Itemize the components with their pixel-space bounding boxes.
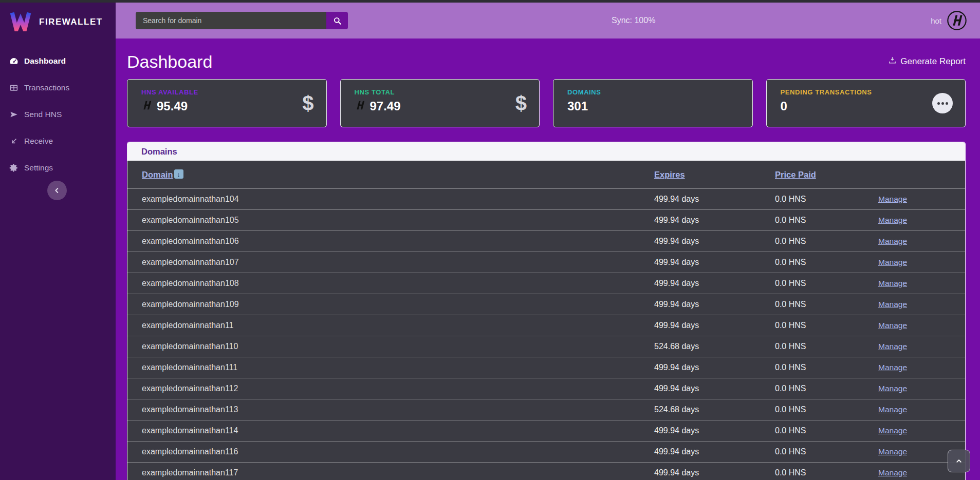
domain-name-cell: exampledomainnathan104 <box>142 195 654 204</box>
stat-card-pending-transactions: PENDING TRANSACTIONS0 <box>766 79 966 127</box>
domain-name-cell: exampledomainnathan111 <box>142 363 654 372</box>
hns-logo-icon <box>355 100 366 113</box>
domains-table: Domain↓ Expires Price Paid exampledomain… <box>127 161 965 480</box>
wallet-name: hot <box>931 16 941 25</box>
price-paid-cell: 0.0 HNS <box>775 279 878 288</box>
manage-link[interactable]: Manage <box>878 279 907 288</box>
stat-card-label: HNS TOTAL <box>355 88 527 96</box>
paper-plane-icon <box>9 109 19 120</box>
column-header-domain[interactable]: Domain <box>142 170 173 179</box>
sidebar-item-send-hns[interactable]: Send HNS <box>0 101 116 128</box>
price-paid-cell: 0.0 HNS <box>775 342 878 351</box>
manage-link[interactable]: Manage <box>878 384 907 393</box>
sidebar-item-label: Receive <box>24 137 53 146</box>
expires-cell: 499.94 days <box>654 447 775 456</box>
price-paid-cell: 0.0 HNS <box>775 468 878 477</box>
expires-cell: 499.94 days <box>654 384 775 393</box>
price-paid-cell: 0.0 HNS <box>775 426 878 435</box>
scroll-to-top-button[interactable] <box>948 450 970 472</box>
table-icon <box>9 83 19 93</box>
table-row: exampledomainnathan116499.94 days0.0 HNS… <box>127 441 965 463</box>
generate-report-button[interactable]: Generate Report <box>888 56 966 67</box>
firewallet-logo-icon <box>9 11 32 33</box>
generate-report-label: Generate Report <box>900 56 966 67</box>
handshake-wallet-icon[interactable] <box>947 10 967 31</box>
sidebar-item-dashboard[interactable]: Dashboard <box>0 48 116 74</box>
stat-card-value: 0 <box>781 99 787 113</box>
domain-name-cell: exampledomainnathan108 <box>142 279 654 288</box>
domain-name-cell: exampledomainnathan113 <box>142 405 654 414</box>
brand: FIREWALLET <box>0 3 116 41</box>
manage-link[interactable]: Manage <box>878 321 907 330</box>
sidebar-item-label: Send HNS <box>24 110 62 119</box>
domain-name-cell: exampledomainnathan116 <box>142 447 654 456</box>
stat-card-value: 95.49 <box>157 99 188 113</box>
search-input[interactable] <box>136 12 326 29</box>
domains-panel: Domains Domain↓ Expires Price Paid examp… <box>127 142 966 480</box>
price-paid-cell: 0.0 HNS <box>775 300 878 309</box>
dollar-icon: $ <box>515 92 527 115</box>
manage-link[interactable]: Manage <box>878 468 907 477</box>
domains-panel-title: Domains <box>141 147 177 157</box>
price-paid-cell: 0.0 HNS <box>775 237 878 246</box>
price-paid-cell: 0.0 HNS <box>775 447 878 456</box>
manage-link[interactable]: Manage <box>878 426 907 435</box>
download-icon <box>888 56 897 67</box>
table-row: exampledomainnathan113524.68 days0.0 HNS… <box>127 399 965 420</box>
table-row: exampledomainnathan114499.94 days0.0 HNS… <box>127 420 965 441</box>
column-header-expires[interactable]: Expires <box>654 170 775 180</box>
manage-link[interactable]: Manage <box>878 258 907 267</box>
wallet-group: hot <box>931 10 980 31</box>
arrow-down-left-icon <box>9 136 19 146</box>
expires-cell: 499.94 days <box>654 426 775 435</box>
table-row: exampledomainnathan108499.94 days0.0 HNS… <box>127 273 965 294</box>
sidebar-item-label: Settings <box>24 163 53 172</box>
domain-name-cell: exampledomainnathan106 <box>142 237 654 246</box>
domain-name-cell: exampledomainnathan105 <box>142 216 654 225</box>
manage-link[interactable]: Manage <box>878 300 907 309</box>
gear-icon <box>9 163 19 173</box>
table-row: exampledomainnathan11499.94 days0.0 HNSM… <box>127 315 965 336</box>
hns-logo-icon <box>141 100 153 113</box>
page-title: Dashboard <box>127 52 212 72</box>
manage-link[interactable]: Manage <box>878 447 907 456</box>
table-row: exampledomainnathan105499.94 days0.0 HNS… <box>127 210 965 231</box>
expires-cell: 499.94 days <box>654 300 775 309</box>
sidebar-item-settings[interactable]: Settings <box>0 155 116 181</box>
domain-name-cell: exampledomainnathan114 <box>142 426 654 435</box>
dollar-icon: $ <box>302 92 313 115</box>
manage-link[interactable]: Manage <box>878 237 907 246</box>
main-content: Dashboard Generate Report HNS AVAILABLE9… <box>116 39 980 480</box>
domain-name-cell: exampledomainnathan117 <box>142 468 654 477</box>
manage-link[interactable]: Manage <box>878 405 907 414</box>
manage-link[interactable]: Manage <box>878 342 907 351</box>
price-paid-cell: 0.0 HNS <box>775 195 878 204</box>
stat-card-hns-total: HNS TOTAL97.49$ <box>340 79 540 127</box>
manage-link[interactable]: Manage <box>878 195 907 204</box>
search-button[interactable] <box>326 12 348 29</box>
stat-card-value: 301 <box>567 99 588 113</box>
price-paid-cell: 0.0 HNS <box>775 405 878 414</box>
ellipsis-menu-icon[interactable] <box>932 93 953 113</box>
table-row: exampledomainnathan117499.94 days0.0 HNS… <box>127 463 965 480</box>
sidebar-collapse-button[interactable] <box>47 181 67 200</box>
stat-card-value: 97.49 <box>370 99 401 113</box>
manage-link[interactable]: Manage <box>878 363 907 372</box>
column-header-price-paid[interactable]: Price Paid <box>775 170 878 180</box>
table-row: exampledomainnathan107499.94 days0.0 HNS… <box>127 252 965 273</box>
stat-cards-row: HNS AVAILABLE95.49$HNS TOTAL97.49$DOMAIN… <box>127 79 966 127</box>
manage-link[interactable]: Manage <box>878 216 907 225</box>
price-paid-cell: 0.0 HNS <box>775 321 878 330</box>
topbar: Sync: 100% hot <box>116 3 980 39</box>
sidebar-item-receive[interactable]: Receive <box>0 128 116 155</box>
sidebar-item-transactions[interactable]: Transactions <box>0 74 116 101</box>
domain-name-cell: exampledomainnathan109 <box>142 300 654 309</box>
expires-cell: 524.68 days <box>654 405 775 414</box>
price-paid-cell: 0.0 HNS <box>775 363 878 372</box>
table-row: exampledomainnathan109499.94 days0.0 HNS… <box>127 294 965 315</box>
expires-cell: 524.68 days <box>654 342 775 351</box>
domain-name-cell: exampledomainnathan107 <box>142 258 654 267</box>
domains-table-body: exampledomainnathan104499.94 days0.0 HNS… <box>127 189 965 480</box>
table-row: exampledomainnathan110524.68 days0.0 HNS… <box>127 336 965 357</box>
stat-card-domains: DOMAINS301 <box>553 79 753 127</box>
